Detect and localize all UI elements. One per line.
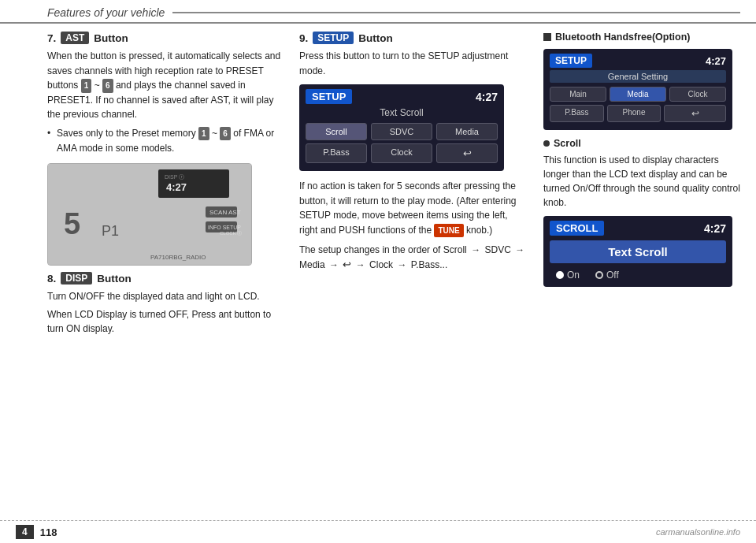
gen-btn-pbass[interactable]: P.Bass [550,105,604,122]
section-7: 7. AST Button When the button is pressed… [47,32,284,266]
section-9: 9. SETUP Button Press this button to tur… [299,32,528,273]
scroll-on-radio[interactable] [556,271,564,279]
scroll-text-display: Text Scroll [550,240,726,263]
scroll-section: Scroll This function is used to display … [543,138,740,287]
gen-screen-header: SETUP 4:27 [550,54,726,68]
gen-btn-media[interactable]: Media [610,87,666,102]
gen-buttons-row1: Main Media Clock [550,87,726,102]
badge-6b: 6 [220,127,231,141]
scroll-on-option: On [556,270,580,281]
section-8-body2: When LCD Display is turned OFF, Press an… [47,307,284,337]
setup-buttons-row2: P.Bass Clock ↩ [306,143,498,163]
gen-btn-phone[interactable]: Phone [607,105,662,122]
section-7-number: 7. [47,32,56,44]
header-line [172,12,740,13]
main-content: 7. AST Button When the button is pressed… [0,24,756,527]
col-left: 7. AST Button When the button is pressed… [47,32,284,519]
section-8-title: Button [97,273,131,285]
section-8-heading: 8. DISP Button [47,272,284,285]
svg-text:4:27: 4:27 [166,181,187,193]
scroll-off-radio[interactable] [595,271,603,279]
gen-time: 4:27 [706,55,726,67]
radio-image: DISP ⓡ 4:27 5 P1 SCAN AST INFO SETUP CLO… [47,163,252,266]
col-right: Bluetooth Handsfree(Option) SETUP 4:27 G… [543,32,740,519]
page-header: Features of your vehicle [0,0,756,24]
scroll-screen-label: SCROLL [550,221,604,236]
scroll-screen-time: 4:27 [704,222,726,235]
section-9-body2: If no action is taken for 5 seconds afte… [299,179,528,237]
section-7-bullet: Saves only to the Preset memory 1 ~ 6 of… [47,126,284,155]
setup-screen: SETUP 4:27 Text Scroll Scroll SDVC Media… [299,84,504,171]
section-8: 8. DISP Button Turn ON/OFF the displayed… [47,272,284,337]
svg-text:SCAN  AST: SCAN AST [209,209,241,216]
svg-text:INFO SETUP: INFO SETUP [208,225,241,230]
scroll-body: This function is used to display charact… [543,153,740,210]
svg-text:DISP ⓡ: DISP ⓡ [165,174,184,180]
tune-badge: TUNE [434,224,463,238]
return-arrow-seq: ↩ [343,257,351,273]
disp-button-label: DISP [61,272,92,285]
section-8-body1: Turn ON/OFF the displayed data and light… [47,289,284,304]
section-9-body1: Press this button to turn to the SETUP a… [299,49,528,78]
section-9-title: Button [358,32,392,44]
setup-button-label: SETUP [313,32,354,44]
section-7-heading: 7. AST Button [47,32,284,44]
bluetooth-title: Bluetooth Handsfree(Option) [543,32,740,43]
bullet-icon [543,140,550,147]
bluetooth-section: Bluetooth Handsfree(Option) SETUP 4:27 G… [543,32,740,287]
section-7-body1: When the button is pressed, it automatic… [47,49,284,122]
watermark: carmanualsonline.info [656,527,740,537]
scroll-screen: SCROLL 4:27 Text Scroll On Off [543,216,732,287]
section-9-number: 9. [299,32,308,44]
section-9-heading: 9. SETUP Button [299,32,528,44]
scroll-off-option: Off [595,270,619,281]
setup-screen-time: 4:27 [476,91,498,103]
page-footer: 4 118 carmanualsonline.info [0,520,756,543]
setup-btn-clock[interactable]: Clock [371,143,432,163]
setup-btn-scroll[interactable]: Scroll [306,123,367,140]
page-number: 118 [40,526,57,538]
gen-btn-main[interactable]: Main [550,87,606,102]
section-7-title: Button [94,32,128,44]
radio-svg: DISP ⓡ 4:27 5 P1 SCAN AST INFO SETUP CLO… [48,163,251,266]
section-9-body4: The setup changes in the order of Scroll… [299,243,528,273]
ast-button-label: AST [61,32,89,44]
page-box: 4 [16,525,34,539]
setup-screen-title: SETUP [306,89,352,104]
gen-setup-label: SETUP [550,54,592,68]
badge-1b: 1 [198,127,209,141]
gen-btn-clock[interactable]: Clock [669,87,726,102]
square-bullet-icon [543,33,551,41]
svg-text:PA710RBG_RADIO: PA710RBG_RADIO [150,254,206,261]
scroll-options: On Off [550,268,726,282]
setup-btn-sdvc[interactable]: SDVC [371,123,432,140]
gen-btn-back[interactable]: ↩ [664,105,726,122]
gen-subtitle: General Setting [550,70,726,83]
svg-text:P1: P1 [102,223,119,239]
setup-screen-header: SETUP 4:27 [306,89,498,104]
arrow-icon-5: → [397,258,406,273]
setup-screen-subtitle: Text Scroll [306,107,498,118]
scroll-screen-header: SCROLL 4:27 [550,221,726,236]
arrow-icon-4: → [356,258,365,273]
general-setting-screen: SETUP 4:27 General Setting Main Media Cl… [543,49,732,130]
setup-btn-media[interactable]: Media [436,123,498,140]
badge-1: 1 [81,79,92,93]
section-8-number: 8. [47,273,56,285]
arrow-icon-1: → [471,243,480,258]
setup-buttons-row1: Scroll SDVC Media [306,123,498,140]
arrow-icon-2: → [515,243,524,258]
arrow-icon-3: → [329,258,339,273]
badge-6: 6 [102,79,113,93]
setup-btn-pbass[interactable]: P.Bass [306,143,367,163]
scroll-title: Scroll [543,138,740,149]
svg-text:5: 5 [64,207,80,240]
gen-buttons-row2: P.Bass Phone ↩ [550,105,726,122]
back-arrow-icon: ↩ [463,147,472,159]
radio-image-inner: DISP ⓡ 4:27 5 P1 SCAN AST INFO SETUP CLO… [48,164,251,265]
col-mid: 9. SETUP Button Press this button to tur… [299,32,528,519]
svg-text:CLOCK ⓢ: CLOCK ⓢ [220,231,242,236]
setup-btn-back[interactable]: ↩ [436,143,498,163]
page-title: Features of your vehicle [47,6,165,19]
